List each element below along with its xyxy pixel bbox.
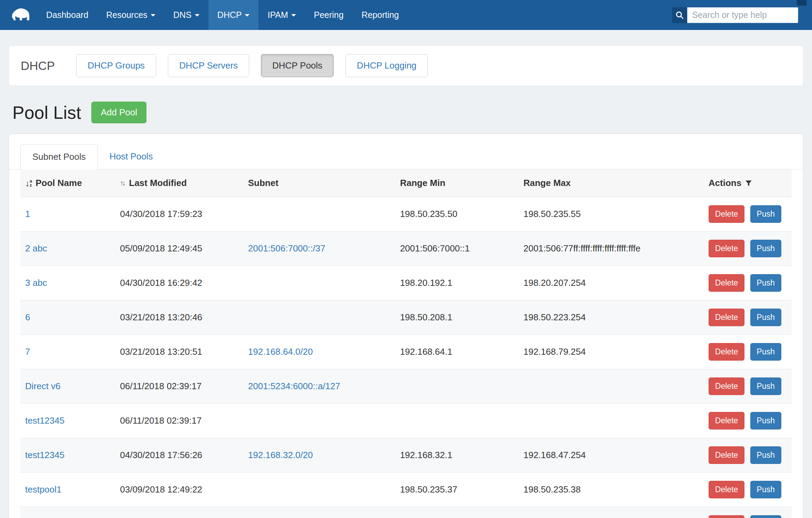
push-button[interactable]: Push	[750, 240, 781, 257]
delete-button[interactable]: Delete	[709, 240, 744, 257]
push-button[interactable]: Push	[750, 412, 781, 429]
sort-alpha-icon[interactable]: ↓ az	[25, 179, 32, 188]
dhcp-groups-button[interactable]: DHCP Groups	[76, 54, 156, 77]
dhcp-pools-button[interactable]: DHCP Pools	[261, 54, 334, 77]
delete-button[interactable]: Delete	[709, 446, 744, 464]
nav-item-reporting[interactable]: Reporting	[353, 0, 408, 30]
subnet-link[interactable]: 192.168.64.0/20	[248, 346, 313, 357]
range-max-cell: 2001:506:77ff:ffff:ffff:ffff:ffff:fffe	[519, 231, 704, 266]
delete-button[interactable]: Delete	[709, 515, 744, 518]
range-max-cell: 198.50.223.254	[519, 300, 704, 335]
table-row: testpool1 03/09/2018 12:49:22 198.50.235…	[20, 473, 792, 507]
tab-host-pools[interactable]: Host Pools	[98, 144, 165, 169]
delete-button[interactable]: Delete	[709, 412, 744, 429]
range-min-cell: 192.168.32.1	[395, 438, 519, 473]
nav-item-dhcp[interactable]: DHCP	[209, 0, 259, 30]
search-icon[interactable]	[672, 7, 687, 23]
last-modified-cell: 03/09/2018 12:49:22	[115, 473, 243, 507]
last-modified-cell: 04/30/2018 16:29:42	[115, 266, 243, 300]
pool-name-link[interactable]: 3 abc	[25, 278, 47, 288]
dhcp-section-title: DHCP	[21, 59, 55, 73]
nav-item-peering[interactable]: Peering	[305, 0, 353, 30]
global-search	[672, 0, 798, 30]
push-button[interactable]: Push	[750, 309, 781, 326]
filter-funnel-icon[interactable]	[745, 179, 752, 187]
dhcp-logging-button[interactable]: DHCP Logging	[345, 54, 428, 77]
header-range-min[interactable]: Range Min	[395, 169, 519, 197]
table-row: 6 03/21/2018 13:20:46 198.50.208.1 198.5…	[20, 300, 792, 335]
range-max-cell: 192.168.47.254	[519, 438, 704, 473]
app-logo[interactable]	[0, 0, 37, 30]
pool-name-link[interactable]: 7	[25, 346, 30, 357]
subnet-link[interactable]: 192.168.32.0/20	[248, 450, 313, 460]
table-header-row: ↓ az Pool Name ↑↓ Last Modified Subnet	[20, 169, 792, 197]
nav-item-label: DHCP	[217, 10, 242, 20]
pool-tabs: Subnet Pools Host Pools	[9, 144, 803, 169]
last-modified-cell: 05/09/2018 12:49:45	[115, 231, 243, 266]
push-button[interactable]: Push	[750, 377, 781, 395]
header-label: Pool Name	[35, 178, 82, 188]
mammoth-logo-icon	[10, 7, 32, 24]
dhcp-servers-button[interactable]: DHCP Servers	[168, 54, 249, 77]
sort-updown-icon[interactable]: ↑↓	[120, 179, 124, 187]
nav-item-dashboard[interactable]: Dashboard	[37, 0, 97, 30]
header-range-max[interactable]: Range Max	[519, 169, 704, 197]
table-row: test12345 04/30/2018 17:56:26 192.168.32…	[20, 438, 792, 473]
add-pool-button[interactable]: Add Pool	[91, 102, 146, 123]
pool-name-link[interactable]: testpool1	[25, 484, 62, 495]
nav-item-resources[interactable]: Resources	[97, 0, 164, 30]
last-modified-cell: 03/21/2018 13:20:51	[115, 335, 243, 369]
pool-name-link[interactable]: Direct v6	[25, 381, 61, 391]
delete-button[interactable]: Delete	[709, 343, 744, 361]
corner-artifact	[797, 0, 806, 6]
push-button[interactable]: Push	[750, 205, 781, 223]
pool-list-card: Subnet Pools Host Pools ↓ az Pool Name	[9, 134, 803, 518]
subnet-link[interactable]: 2001:5234:6000::a/127	[248, 381, 340, 391]
header-label: Range Max	[524, 178, 571, 188]
page-header: Pool List Add Pool	[12, 102, 803, 123]
range-min-cell: 198.50.235.37	[395, 473, 519, 507]
push-button[interactable]: Push	[750, 515, 781, 518]
pool-name-link[interactable]: 2 abc	[25, 243, 47, 253]
pool-name-link[interactable]: test12345	[25, 450, 64, 460]
subnet-link[interactable]: 2001:506:7000::/37	[248, 243, 325, 253]
pool-name-link[interactable]: 6	[25, 312, 30, 322]
range-min-cell: 192.168.64.1	[395, 335, 519, 369]
table-row: 2 abc 05/09/2018 12:49:45 2001:506:7000:…	[20, 231, 792, 266]
table-row: 1 04/30/2018 17:59:23 198.50.235.50 198.…	[20, 197, 792, 231]
table-body: 1 04/30/2018 17:59:23 198.50.235.50 198.…	[20, 197, 792, 518]
pool-name-link[interactable]: 1	[25, 209, 30, 219]
delete-button[interactable]: Delete	[709, 309, 744, 326]
push-button[interactable]: Push	[750, 274, 781, 292]
table-row: Direct v6 06/11/2018 02:39:17 2001:5234:…	[20, 369, 792, 404]
range-min-cell	[395, 369, 519, 404]
caret-down-icon	[291, 14, 296, 19]
table-row: test12345 06/11/2018 02:39:17 Delete Pus…	[20, 404, 792, 438]
range-max-cell: 198.50.235.30	[519, 507, 704, 518]
top-navbar: Dashboard Resources DNS DHCP IPAM Peerin…	[0, 0, 812, 30]
range-min-cell: 2001:506:7000::1	[395, 231, 519, 266]
push-button[interactable]: Push	[750, 343, 781, 361]
nav-item-ipam[interactable]: IPAM	[258, 0, 305, 30]
caret-down-icon	[151, 14, 155, 19]
push-button[interactable]: Push	[750, 446, 781, 464]
delete-button[interactable]: Delete	[709, 481, 744, 498]
nav-item-dns[interactable]: DNS	[164, 0, 209, 30]
nav-item-label: Dashboard	[46, 10, 88, 20]
header-label: Actions	[709, 178, 741, 188]
nav-menu: Dashboard Resources DNS DHCP IPAM Peerin…	[37, 0, 408, 30]
range-min-cell: 198.50.235.29	[395, 507, 519, 518]
nav-item-label: Peering	[314, 10, 344, 20]
search-input[interactable]	[687, 7, 798, 23]
delete-button[interactable]: Delete	[709, 274, 744, 292]
push-button[interactable]: Push	[750, 481, 781, 498]
header-subnet[interactable]: Subnet	[243, 169, 395, 197]
range-max-cell: 198.20.207.254	[519, 266, 704, 300]
header-last-modified[interactable]: ↑↓ Last Modified	[115, 169, 243, 197]
header-pool-name[interactable]: ↓ az Pool Name	[20, 169, 115, 197]
delete-button[interactable]: Delete	[709, 205, 744, 223]
delete-button[interactable]: Delete	[709, 377, 744, 395]
caret-down-icon	[245, 14, 250, 19]
tab-subnet-pools[interactable]: Subnet Pools	[20, 144, 98, 169]
pool-name-link[interactable]: test12345	[25, 415, 64, 426]
